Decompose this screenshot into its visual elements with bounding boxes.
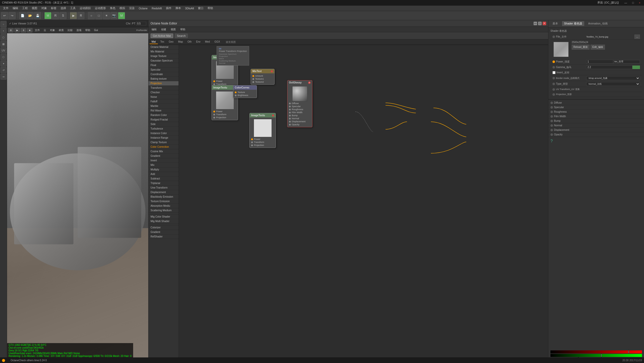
- menu-character[interactable]: 角色: [108, 6, 118, 11]
- mode-edges[interactable]: ⬡: [1, 34, 7, 40]
- node-mix-connect[interactable]: [271, 70, 273, 72]
- port-opacity[interactable]: Opacity: [288, 123, 311, 126]
- menu-window[interactable]: 窗口: [196, 6, 206, 11]
- vp-tb1[interactable]: ⊞: [8, 28, 14, 33]
- menu-script[interactable]: 脚本: [173, 6, 183, 11]
- rp-tab-basic[interactable]: 基本: [550, 21, 560, 26]
- mat-displacement-dot[interactable]: [550, 129, 553, 131]
- node-item-specular[interactable]: Specular: [149, 68, 179, 72]
- ne-menu-view[interactable]: 视图: [169, 27, 178, 32]
- help-icon[interactable]: ?: [548, 138, 644, 144]
- node-item-rodged-fractal[interactable]: Rodged Fractal: [149, 117, 179, 122]
- tb-undo[interactable]: ↩: [1, 12, 8, 19]
- node-item-baking-tex[interactable]: Baking texture: [149, 77, 179, 81]
- node-item-instance-color[interactable]: Instance Color: [149, 131, 179, 136]
- gamma-input[interactable]: [586, 65, 632, 69]
- close-btn[interactable]: ×: [637, 1, 642, 5]
- node-item-displacement[interactable]: Displacement: [149, 190, 179, 195]
- tab-env[interactable]: Env: [194, 40, 202, 44]
- menu-object[interactable]: 对象: [39, 6, 49, 11]
- node-oct-glossy[interactable]: OctGlossy × Diffuse Specular Roughness F…: [287, 80, 312, 127]
- port-diffuse[interactable]: Diffuse: [288, 102, 311, 105]
- port-dot-bump[interactable]: [289, 115, 291, 116]
- tb-redo[interactable]: ↪: [9, 12, 16, 19]
- menu-tool[interactable]: 工具: [68, 6, 78, 11]
- node-item-tex-emission[interactable]: Texture Emission: [149, 199, 179, 204]
- node-item-transform[interactable]: Transform: [149, 86, 179, 90]
- node-color-correct[interactable]: ColorCorrec Texture Brightness: [233, 85, 257, 98]
- tab-tex[interactable]: Tex: [158, 40, 166, 44]
- port-displacement[interactable]: Displacement: [288, 120, 311, 123]
- node-item-subtract[interactable]: Subtract: [149, 176, 179, 181]
- node-item-checker[interactable]: Checker: [149, 90, 179, 95]
- port-normal[interactable]: Normal: [288, 117, 311, 120]
- tb-open[interactable]: 📂: [26, 12, 34, 19]
- port-dot-power-2[interactable]: [213, 111, 215, 112]
- mode-points[interactable]: •: [1, 28, 7, 34]
- tb-obj[interactable]: ○: [88, 12, 95, 19]
- node-item-mig-multi[interactable]: Mig Multi Shader: [149, 219, 179, 224]
- node-item-gradient2[interactable]: Gradient: [149, 230, 179, 234]
- get-active-mat-btn[interactable]: Get Active Mat: [151, 34, 173, 38]
- port-specular[interactable]: Specular: [288, 105, 311, 108]
- port-dot-texture2[interactable]: [252, 81, 254, 83]
- port-projection-2[interactable]: Projection: [213, 116, 237, 119]
- tb-cube[interactable]: □: [95, 12, 102, 19]
- menu-tag[interactable]: 标签: [49, 6, 58, 11]
- vp-stop[interactable]: ■: [27, 28, 33, 33]
- port-dot-power-3[interactable]: [251, 138, 253, 140]
- edit-btn[interactable]: Edit_编辑: [591, 45, 605, 50]
- menu-plugins[interactable]: 插件: [164, 6, 173, 11]
- port-dot-transform-2[interactable]: [213, 114, 215, 115]
- node-item-noise[interactable]: Noise: [149, 95, 179, 99]
- red-strip[interactable]: [550, 350, 642, 353]
- port-transform-3[interactable]: Transform: [251, 141, 275, 144]
- tool-scale[interactable]: ⇔: [1, 74, 7, 80]
- tab-geo[interactable]: Geo: [167, 40, 175, 44]
- minimize-btn[interactable]: —: [623, 1, 629, 5]
- green-strip[interactable]: [550, 354, 642, 357]
- vp-menu-file[interactable]: 文件: [33, 28, 41, 32]
- gamma-color-swatch[interactable]: [632, 66, 640, 69]
- node-item-projection[interactable]: Projection: [149, 81, 179, 86]
- node-item-gaussian[interactable]: Gaussian Spectrum: [149, 58, 179, 63]
- port-power-1[interactable]: Power: [213, 80, 237, 83]
- vp-menu-options[interactable]: 选项: [75, 28, 83, 32]
- border-mode-select[interactable]: Wrap around_包裹 Black color White color: [586, 76, 640, 80]
- uv-port-dot[interactable]: [552, 88, 555, 91]
- node-item-add[interactable]: Add: [149, 172, 179, 176]
- tool-rotate[interactable]: ↺: [1, 67, 7, 73]
- port-dot-projection-3[interactable]: [251, 144, 253, 146]
- ne-menu-edit[interactable]: 编辑: [150, 27, 159, 32]
- port-texture2[interactable]: Texture2: [252, 80, 273, 83]
- tb-camera[interactable]: 📷: [110, 12, 118, 19]
- rp-tab-animation[interactable]: Animation_动画: [586, 21, 610, 26]
- node-item-triplanar[interactable]: Triplanar: [149, 181, 179, 186]
- port-texture-cc[interactable]: Texture: [234, 91, 256, 94]
- port-dot-transform-1[interactable]: [213, 83, 215, 85]
- port-projection-3[interactable]: Projection: [251, 144, 275, 147]
- mat-bump-dot[interactable]: [550, 120, 553, 122]
- node-item-gradient[interactable]: Gradient: [149, 154, 179, 158]
- port-amount[interactable]: Amount: [252, 74, 273, 77]
- node-item-mix[interactable]: Mix: [149, 163, 179, 167]
- power-port-dot[interactable]: [552, 60, 555, 63]
- file-port-dot[interactable]: [552, 36, 555, 38]
- port-dot-film-width[interactable]: [289, 112, 291, 113]
- mat-normal-dot[interactable]: [550, 124, 553, 127]
- node-item-multiply[interactable]: Multiply: [149, 167, 179, 172]
- node-item-side[interactable]: Side: [149, 122, 179, 127]
- ne-menu-help[interactable]: 帮助: [178, 27, 187, 32]
- vp-menu-materials[interactable]: 材质: [57, 28, 65, 32]
- port-dot-displacement[interactable]: [289, 121, 291, 123]
- node-canvas-area[interactable]: ImageTextu Power Transform Projection: [179, 45, 548, 361]
- port-dot-brightness[interactable]: [235, 95, 237, 96]
- type-port-dot[interactable]: [552, 83, 555, 85]
- vp-menu-objects[interactable]: 对象: [48, 28, 56, 32]
- node-item-blackbody[interactable]: Blackbody Emission: [149, 195, 179, 199]
- node-item-image-tex[interactable]: Image Texture: [149, 54, 179, 58]
- menu-mograph[interactable]: 运动图形: [93, 6, 108, 11]
- tab-ggx[interactable]: GGX: [212, 40, 222, 44]
- node-item-turbulence[interactable]: Turbulence: [149, 127, 179, 131]
- menu-help[interactable]: 帮助: [206, 6, 215, 11]
